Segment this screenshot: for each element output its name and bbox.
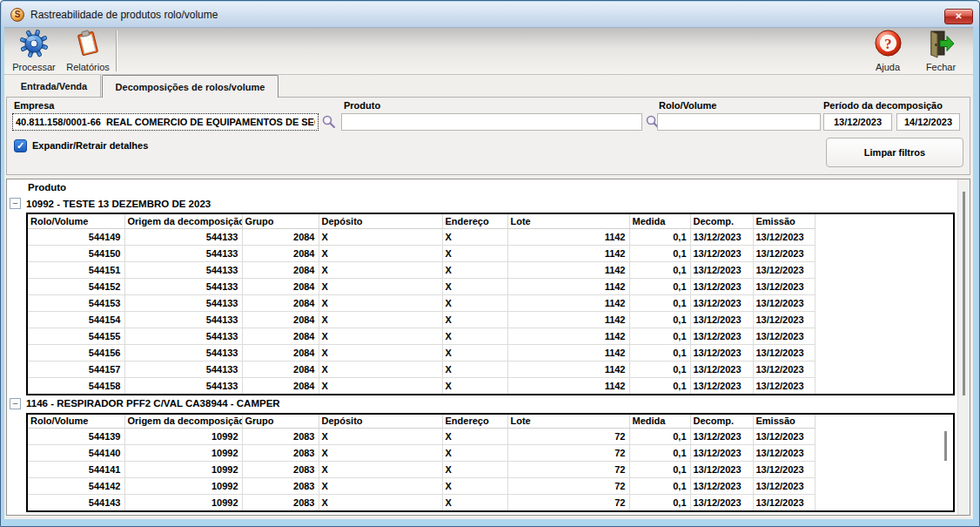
collapse-icon[interactable]: −	[10, 398, 21, 409]
produto-field[interactable]	[341, 113, 642, 131]
column-header[interactable]: Rolo/Volume	[27, 213, 124, 228]
cell: 13/12/2023	[753, 261, 815, 278]
cell: 0,1	[629, 429, 690, 445]
cell: X	[442, 261, 507, 278]
limpar-filtros-button[interactable]: Limpar filtros	[826, 138, 963, 167]
cell: X	[319, 344, 442, 361]
cell: 2084	[242, 344, 319, 361]
gear-icon	[19, 29, 49, 62]
cell: 13/12/2023	[690, 278, 753, 294]
periodo-from-field[interactable]: 13/12/2023	[823, 113, 892, 131]
table-row[interactable]: 5441545441332084XX11420,113/12/202313/12…	[27, 311, 954, 328]
table-row[interactable]: 544142109922083XX720,113/12/202313/12/20…	[27, 478, 954, 495]
cell: 13/12/2023	[690, 445, 753, 462]
ajuda-button[interactable]: ? Ajuda	[864, 30, 911, 74]
cell: 544157	[27, 361, 124, 377]
cell: 2084	[242, 245, 319, 261]
toolbar-separator	[116, 30, 117, 71]
table-row[interactable]: 544143109922083XX720,113/12/202313/12/20…	[27, 495, 954, 512]
cell: 0,1	[629, 278, 690, 294]
collapse-icon[interactable]: −	[10, 198, 21, 209]
column-header[interactable]: Endereço	[442, 414, 507, 429]
table-row[interactable]: 544140109922083XX720,113/12/202313/12/20…	[27, 445, 954, 462]
table-row[interactable]: 5441535441332084XX11420,113/12/202313/12…	[27, 294, 954, 311]
empresa-label: Empresa	[14, 100, 54, 111]
cell: 544158	[27, 377, 124, 395]
table-row[interactable]: 5441585441332084XX11420,113/12/202313/12…	[27, 377, 954, 395]
decomposition-table: Rolo/VolumeOrigem da decomposiçãoGrupoDe…	[26, 413, 955, 513]
column-header[interactable]: Origem da decomposição	[124, 414, 242, 429]
column-header[interactable]: Lote	[507, 414, 629, 429]
cell: 0,1	[629, 328, 690, 344]
relatorios-button[interactable]: Relatórios	[62, 30, 114, 74]
cell-filler	[815, 478, 954, 495]
column-header-filler	[815, 213, 954, 228]
column-header[interactable]: Emissão	[753, 213, 815, 228]
column-header[interactable]: Origem da decomposição	[124, 213, 242, 228]
column-header[interactable]: Endereço	[442, 213, 507, 228]
column-header[interactable]: Emissão	[753, 414, 815, 429]
table-row[interactable]: 5441565441332084XX11420,113/12/202313/12…	[27, 344, 954, 361]
table-row[interactable]: 5441505441332084XX11420,113/12/202313/12…	[27, 245, 954, 261]
client-area: Processar Relatórios	[4, 27, 973, 519]
cell: 0,1	[629, 311, 690, 328]
cell: 544150	[27, 245, 124, 261]
results-area: Produto −10992 - TESTE 13 DEZEMBRO DE 20…	[6, 179, 970, 516]
cell-filler	[815, 294, 954, 311]
column-header[interactable]: Depósito	[319, 213, 442, 228]
table-row[interactable]: 5441495441332084XX11420,113/12/202313/12…	[27, 228, 954, 245]
cell-filler	[815, 445, 954, 462]
tab-strip: Entrada/Venda Decomposições de rolos/vol…	[4, 75, 973, 97]
processar-button[interactable]: Processar	[7, 30, 61, 74]
cell: 544133	[124, 328, 242, 344]
tab-decomposicoes[interactable]: Decomposições de rolos/volume	[102, 75, 279, 98]
empresa-field[interactable]	[12, 113, 319, 131]
empresa-search-icon[interactable]	[321, 114, 336, 129]
column-header[interactable]: Decomp.	[690, 213, 753, 228]
table-row[interactable]: 544141109922083XX720,113/12/202313/12/20…	[27, 462, 954, 478]
fechar-button[interactable]: Fechar	[915, 30, 967, 74]
rolo-volume-field[interactable]	[657, 113, 821, 131]
column-header[interactable]: Medida	[629, 414, 690, 429]
table-row[interactable]: 544139109922083XX720,113/12/202313/12/20…	[27, 429, 954, 445]
cell: 0,1	[629, 462, 690, 478]
column-header[interactable]: Decomp.	[690, 414, 753, 429]
cell: X	[442, 278, 507, 294]
expandir-checkbox[interactable]: ✓	[14, 139, 27, 152]
cell: 1142	[507, 245, 629, 261]
periodo-to-field[interactable]: 14/12/2023	[896, 113, 960, 131]
cell: 0,1	[629, 495, 690, 512]
column-header[interactable]: Grupo	[242, 414, 319, 429]
vertical-scrollbar[interactable]	[957, 179, 970, 515]
cell-filler	[815, 495, 954, 512]
cell: X	[319, 361, 442, 377]
cell: X	[442, 478, 507, 495]
tab-entrada-venda[interactable]: Entrada/Venda	[8, 75, 101, 97]
cell: 13/12/2023	[753, 361, 815, 377]
cell: 13/12/2023	[690, 495, 753, 512]
cell-filler	[815, 261, 954, 278]
close-button[interactable]: ✕	[944, 9, 973, 24]
table-scrollbar-thumb[interactable]	[944, 431, 947, 461]
table-row[interactable]: 5441525441332084XX11420,113/12/202313/12…	[27, 278, 954, 294]
cell: X	[319, 278, 442, 294]
column-header[interactable]: Lote	[507, 213, 629, 228]
column-header[interactable]: Depósito	[319, 414, 442, 429]
cell-filler	[815, 245, 954, 261]
cell: 13/12/2023	[753, 294, 815, 311]
column-header[interactable]: Medida	[629, 213, 690, 228]
cell: X	[442, 344, 507, 361]
table-row[interactable]: 5441575441332084XX11420,113/12/202313/12…	[27, 361, 954, 377]
tree-column-header: Produto	[7, 179, 970, 195]
cell: 544133	[124, 228, 242, 245]
cell-filler	[815, 228, 954, 245]
column-header[interactable]: Grupo	[242, 213, 319, 228]
column-header[interactable]: Rolo/Volume	[27, 414, 124, 429]
scrollbar-thumb[interactable]	[963, 192, 965, 395]
cell: 544133	[124, 361, 242, 377]
cell: 544153	[27, 294, 124, 311]
cell: 544133	[124, 245, 242, 261]
table-row[interactable]: 5441555441332084XX11420,113/12/202313/12…	[27, 328, 954, 344]
header-row: Rolo/VolumeOrigem da decomposiçãoGrupoDe…	[27, 213, 954, 228]
table-row[interactable]: 5441515441332084XX11420,113/12/202313/12…	[27, 261, 954, 278]
